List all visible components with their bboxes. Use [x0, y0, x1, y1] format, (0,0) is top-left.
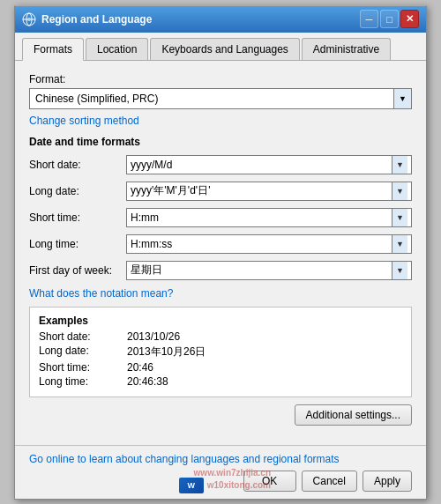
- long-time-row: Long time: H:mm:ss ▼: [29, 234, 412, 254]
- example-long-date: Long date: 2013年10月26日: [39, 345, 402, 359]
- maximize-button[interactable]: □: [380, 10, 399, 28]
- minimize-button[interactable]: ─: [360, 10, 378, 28]
- first-day-dropdown[interactable]: 星期日 ▼: [126, 261, 412, 280]
- tab-location[interactable]: Location: [86, 38, 148, 60]
- fields-container: Short date: yyyy/M/d ▼ Long date: yyyy'年…: [29, 155, 412, 280]
- format-field-row: Format: Chinese (Simplified, PRC) ▼ Chan…: [29, 73, 412, 127]
- format-label: Format:: [29, 73, 412, 85]
- tab-keyboards-languages[interactable]: Keyboards and Languages: [150, 38, 299, 60]
- footer-link-row: Go online to learn about changing langua…: [29, 453, 412, 465]
- additional-settings-button[interactable]: Additional settings...: [295, 404, 412, 426]
- long-date-label: Long date:: [29, 185, 126, 197]
- format-dropdown[interactable]: Chinese (Simplified, PRC) ▼: [29, 88, 412, 109]
- tab-administrative[interactable]: Administrative: [302, 38, 391, 60]
- main-content: Format: Chinese (Simplified, PRC) ▼ Chan…: [15, 61, 426, 445]
- title-bar-buttons: ─ □ ✕: [360, 10, 419, 28]
- first-day-label: First day of week:: [29, 264, 126, 277]
- long-time-dropdown[interactable]: H:mm:ss ▼: [126, 234, 412, 254]
- region-language-dialog: Region and Language ─ □ ✕ Formats Locati…: [14, 5, 427, 500]
- close-button[interactable]: ✕: [400, 10, 419, 28]
- example-long-time: Long time: 20:46:38: [39, 375, 402, 388]
- window-icon: [22, 12, 36, 26]
- long-date-arrow: ▼: [392, 182, 407, 200]
- long-time-label: Long time:: [29, 238, 126, 250]
- additional-settings-row: Additional settings...: [29, 404, 412, 426]
- example-short-time: Short time: 20:46: [39, 361, 402, 374]
- example-short-date: Short date: 2013/10/26: [39, 330, 402, 343]
- short-date-arrow: ▼: [392, 156, 407, 174]
- tabs-bar: Formats Location Keyboards and Languages…: [15, 33, 426, 61]
- short-time-label: Short time:: [29, 211, 126, 224]
- short-date-label: Short date:: [29, 159, 126, 171]
- notation-link[interactable]: What does the notation mean?: [29, 287, 173, 300]
- examples-title: Examples: [39, 315, 402, 327]
- date-time-formats-title: Date and time formats: [29, 136, 412, 148]
- first-day-arrow: ▼: [392, 262, 407, 279]
- long-time-arrow: ▼: [392, 235, 407, 253]
- footer-area: Go online to learn about changing langua…: [15, 445, 426, 499]
- short-time-row: Short time: H:mm ▼: [29, 208, 412, 227]
- first-day-row: First day of week: 星期日 ▼: [29, 261, 412, 280]
- go-online-link[interactable]: Go online to learn about changing langua…: [29, 453, 340, 465]
- short-time-arrow: ▼: [392, 209, 407, 226]
- format-value: Chinese (Simplified, PRC): [30, 93, 393, 105]
- long-date-dropdown[interactable]: yyyy'年'M'月'd'日' ▼: [126, 182, 412, 201]
- short-date-dropdown[interactable]: yyyy/M/d ▼: [126, 155, 412, 174]
- format-dropdown-arrow: ▼: [393, 89, 411, 108]
- short-date-row: Short date: yyyy/M/d ▼: [29, 155, 412, 174]
- short-time-dropdown[interactable]: H:mm ▼: [126, 208, 412, 227]
- title-bar: Region and Language ─ □ ✕: [15, 6, 426, 33]
- dialog-buttons-row: www.win7zhijia.cn W w10xitong.com OK Can…: [29, 471, 412, 492]
- cancel-button[interactable]: Cancel: [302, 471, 357, 492]
- apply-button[interactable]: Apply: [363, 471, 412, 492]
- examples-box: Examples Short date: 2013/10/26 Long dat…: [29, 307, 412, 397]
- long-date-row: Long date: yyyy'年'M'月'd'日' ▼: [29, 182, 412, 201]
- svg-point-3: [27, 18, 31, 21]
- change-sorting-link[interactable]: Change sorting method: [29, 115, 139, 127]
- window-inner: Formats Location Keyboards and Languages…: [15, 33, 426, 499]
- tab-formats[interactable]: Formats: [22, 38, 84, 61]
- window-title: Region and Language: [41, 13, 360, 26]
- ok-button[interactable]: OK: [243, 471, 296, 492]
